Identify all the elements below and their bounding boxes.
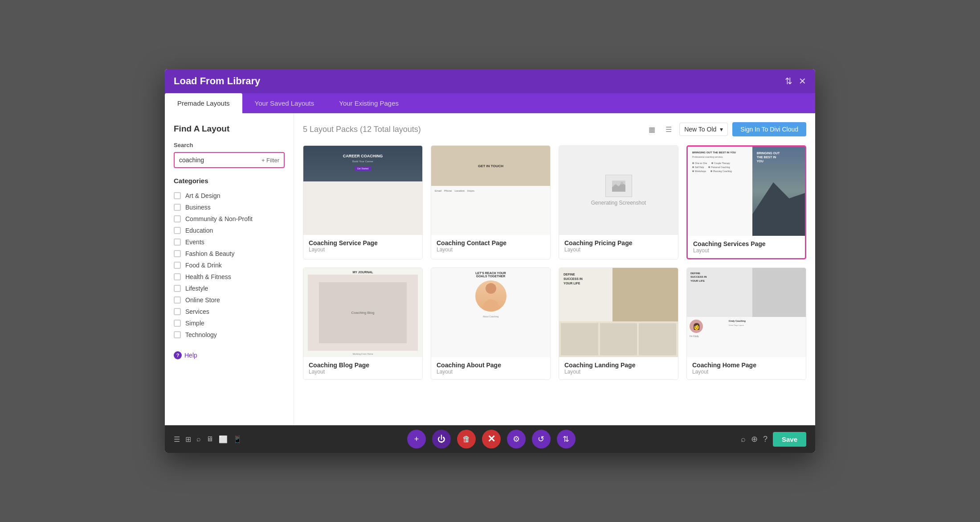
trash-button[interactable]: 🗑 — [457, 430, 476, 448]
layout-info: Coaching Services Page Layout — [688, 236, 805, 258]
search-label: Search — [174, 142, 285, 148]
modal: Load From Library ⇅ ✕ Premade Layouts Yo… — [165, 69, 815, 453]
category-item[interactable]: Lifestyle — [174, 283, 285, 294]
category-checkbox[interactable] — [174, 215, 181, 222]
layout-card[interactable]: BRINGING OUT THE BEST IN YOU Professiona… — [686, 145, 806, 259]
layout-info: Coaching Home Page Layout — [687, 357, 806, 379]
category-checkbox[interactable] — [174, 250, 181, 257]
layers-icon[interactable]: ⊕ — [751, 434, 758, 444]
monitor-icon[interactable]: 🖥 — [206, 435, 213, 443]
category-item[interactable]: Events — [174, 236, 285, 248]
search-right-icon[interactable]: ⌕ — [741, 435, 746, 444]
refresh-button[interactable]: ↺ — [532, 430, 551, 448]
layouts-grid: Career Coaching Build Your Career Get St… — [303, 145, 806, 380]
category-item[interactable]: Online Store — [174, 294, 285, 306]
category-checkbox[interactable] — [174, 238, 181, 246]
sort-dropdown[interactable]: New To Old ▾ — [679, 123, 728, 136]
category-checkbox[interactable] — [174, 273, 181, 280]
help-right-icon[interactable]: ? — [763, 435, 768, 444]
category-checkbox[interactable] — [174, 320, 181, 327]
search-input[interactable] — [179, 156, 261, 164]
search-icon[interactable]: ⌕ — [196, 435, 201, 443]
layout-name: Coaching Services Page — [693, 240, 800, 247]
layout-type: Layout — [564, 369, 673, 375]
layout-card[interactable]: LET'S REACH YOURGOALS TOGETHER About Coa… — [431, 267, 551, 380]
category-label: Simple — [185, 320, 204, 327]
category-checkbox[interactable] — [174, 192, 181, 199]
category-checkbox[interactable] — [174, 308, 181, 315]
category-checkbox[interactable] — [174, 262, 181, 269]
sort-icon[interactable]: ⇅ — [785, 77, 792, 86]
layout-thumbnail: GET IN TOUCH EmailPhoneLocationHours — [431, 146, 550, 235]
category-item[interactable]: Simple — [174, 317, 285, 329]
category-label: Education — [185, 227, 213, 234]
layout-card[interactable]: Generating Screenshot Coaching Pricing P… — [559, 145, 678, 259]
toolbar-center: + ⏻ 🗑 ✕ ⚙ ↺ ⇅ — [407, 430, 576, 448]
category-item[interactable]: Business — [174, 201, 285, 213]
tab-saved[interactable]: Your Saved Layouts — [242, 93, 327, 113]
toolbar-right: ⌕ ⊕ ? Save — [741, 432, 806, 447]
category-item[interactable]: Food & Drink — [174, 259, 285, 271]
category-item[interactable]: Fashion & Beauty — [174, 248, 285, 259]
category-item[interactable]: Education — [174, 225, 285, 236]
category-checkbox[interactable] — [174, 285, 181, 292]
settings-button[interactable]: ⚙ — [507, 430, 526, 448]
category-label: Art & Design — [185, 192, 220, 199]
category-label: Fashion & Beauty — [185, 250, 235, 257]
layout-name: Coaching Blog Page — [309, 362, 417, 369]
content-header: 5 Layout Packs (12 Total layouts) ▦ ☰ Ne… — [303, 122, 806, 136]
layout-card[interactable]: MY JOURNAL Coaching Blog Working From Ho… — [303, 267, 423, 380]
layout-thumbnail: Generating Screenshot — [559, 146, 678, 235]
layout-card[interactable]: Career Coaching Build Your Career Get St… — [303, 145, 423, 259]
hamburger-icon[interactable]: ☰ — [174, 435, 180, 444]
category-item[interactable]: Community & Non-Profit — [174, 213, 285, 225]
tablet-icon[interactable]: ⬜ — [219, 435, 228, 444]
category-item[interactable]: Technology — [174, 329, 285, 341]
layout-type: Layout — [437, 247, 545, 253]
sign-in-button[interactable]: Sign In To Divi Cloud — [732, 122, 806, 136]
list-view-icon[interactable]: ☰ — [662, 123, 675, 136]
chevron-down-icon: ▾ — [720, 126, 723, 133]
power-button[interactable]: ⏻ — [432, 430, 451, 448]
help-button[interactable]: ? Help — [174, 351, 285, 359]
category-item[interactable]: Art & Design — [174, 190, 285, 201]
layout-card[interactable]: GET IN TOUCH EmailPhoneLocationHours Coa… — [431, 145, 551, 259]
modal-header: Load From Library ⇅ ✕ — [165, 69, 815, 93]
layout-info: Coaching About Page Layout — [431, 357, 550, 379]
grid-icon[interactable]: ⊞ — [185, 435, 191, 444]
layout-card[interactable]: DEFINESUCCESS INYOUR LIFE Coaching Landi… — [559, 267, 678, 380]
svg-point-1 — [621, 182, 623, 185]
layout-thumbnail: BRINGING OUT THE BEST IN YOU Professiona… — [688, 147, 805, 236]
layout-type: Layout — [309, 247, 417, 253]
add-button[interactable]: + — [407, 430, 426, 448]
layout-thumbnail: MY JOURNAL Coaching Blog Working From Ho… — [303, 268, 422, 357]
close-icon[interactable]: ✕ — [799, 77, 806, 86]
layout-type: Layout — [692, 369, 800, 375]
header-actions: ⇅ ✕ — [785, 77, 806, 86]
layout-name: Coaching Service Page — [309, 239, 417, 247]
grid-view-icon[interactable]: ▦ — [645, 123, 658, 136]
category-label: Technology — [185, 331, 217, 338]
sort-button[interactable]: ⇅ — [557, 430, 576, 448]
category-label: Health & Fitness — [185, 273, 231, 280]
tab-existing[interactable]: Your Existing Pages — [327, 93, 411, 113]
layout-type: Layout — [564, 247, 673, 253]
categories-list: Art & DesignBusinessCommunity & Non-Prof… — [174, 190, 285, 341]
category-item[interactable]: Health & Fitness — [174, 271, 285, 283]
category-checkbox[interactable] — [174, 296, 181, 304]
tabs-bar: Premade Layouts Your Saved Layouts Your … — [165, 93, 815, 113]
header-controls: ▦ ☰ New To Old ▾ Sign In To Divi Cloud — [645, 122, 806, 136]
category-checkbox[interactable] — [174, 331, 181, 338]
tab-premade[interactable]: Premade Layouts — [165, 93, 242, 113]
category-checkbox[interactable] — [174, 227, 181, 234]
save-button[interactable]: Save — [773, 432, 806, 447]
layout-type: Layout — [309, 369, 417, 375]
close-button[interactable]: ✕ — [482, 430, 501, 448]
search-box: + Filter — [174, 152, 285, 168]
category-checkbox[interactable] — [174, 204, 181, 211]
category-item[interactable]: Services — [174, 306, 285, 317]
mobile-icon[interactable]: 📱 — [233, 435, 242, 444]
layout-info: Coaching Pricing Page Layout — [559, 235, 678, 257]
layout-card[interactable]: DEFINESUCCESS INYOUR LIFE 👩 I'm Cindy Ci… — [686, 267, 806, 380]
filter-button[interactable]: + Filter — [261, 157, 279, 164]
